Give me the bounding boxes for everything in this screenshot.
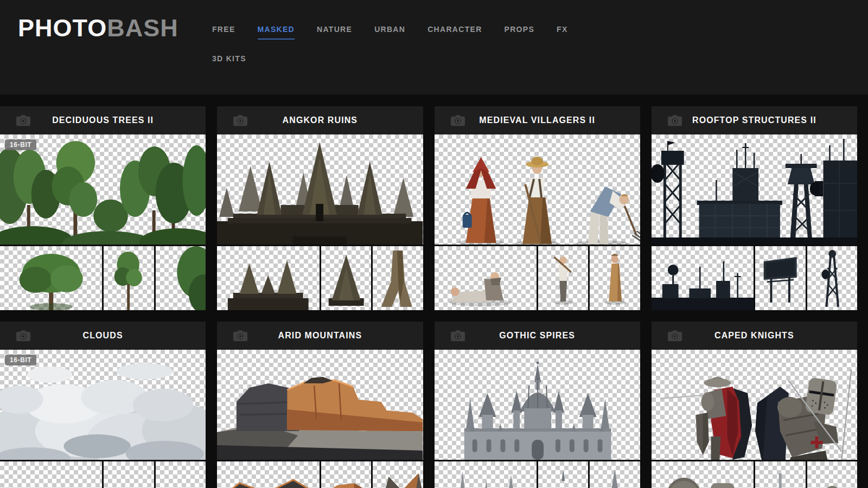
pack-preview-image[interactable] [435,134,640,245]
thumbnail-3[interactable] [807,246,857,310]
thumbnail-1[interactable] [652,246,754,310]
thumbnail-1[interactable] [0,246,102,310]
main-nav: FREE MASKED NATURE URBAN CHARACTER PROPS… [212,25,568,84]
knights-main-art [652,350,857,460]
cloud-thumb-art [156,461,206,488]
pack-thumbnails [0,246,206,310]
card-header-bar[interactable]: CLOUDS [0,322,206,350]
rooftop-main-art [652,134,857,245]
billboard-thumb-art [755,246,805,310]
pack-card-medieval-villagers-ii[interactable]: MEDIEVAL VILLAGERS II [435,106,640,310]
thumbnail-3[interactable] [807,461,857,488]
pack-title: DECIDUOUS TREES II [0,115,206,125]
nav-item-free[interactable]: FREE [212,25,235,40]
arid-main-art [217,350,423,460]
cloud-thumb-art [0,461,102,488]
card-header-bar[interactable]: MEDIEVAL VILLAGERS II [435,106,640,134]
pack-thumbnails [217,461,423,488]
pack-thumbnails [652,461,857,488]
photobash-logo[interactable]: PHOTOBASH [18,14,178,42]
nav-item-urban[interactable]: URBAN [374,25,405,40]
nav-item-fx[interactable]: FX [557,25,568,40]
pack-preview-image[interactable]: 16-BIT [0,350,206,460]
pack-thumbnails [0,461,206,488]
pack-preview-image[interactable] [217,350,423,460]
pack-card-gothic-spires[interactable]: GOTHIC SPIRES [435,322,640,488]
thumbnail-1[interactable] [435,246,537,310]
nav-item-props[interactable]: PROPS [505,25,535,40]
thumbnail-2[interactable] [321,461,371,488]
ruin-thumb-art [321,246,371,310]
nav-item-nature[interactable]: NATURE [317,25,352,40]
pack-preview-image[interactable] [652,134,857,245]
tree-thumb-art [104,246,154,310]
thumbnail-1[interactable] [217,461,319,488]
pack-title: GOTHIC SPIRES [435,331,640,341]
nav-item-3d-kits[interactable]: 3D KITS [212,54,246,69]
thumbnail-3[interactable] [373,246,423,310]
pack-card-deciduous-trees-ii[interactable]: DECIDUOUS TREES II 16-BIT [0,106,206,310]
pack-card-arid-mountains[interactable]: ARID MOUNTAINS [217,322,423,488]
thumbnail-3[interactable] [156,246,206,310]
thumbnail-3[interactable] [590,246,640,310]
thumbnail-1[interactable] [652,461,754,488]
camera-icon [16,115,30,126]
bit-depth-badge: 16-BIT [5,355,36,365]
thumbnail-2[interactable] [538,246,588,310]
camera-icon [451,330,465,342]
logo-part-1: PHOTO [18,14,107,42]
villagers-main-art [435,134,640,245]
pack-preview-image[interactable] [435,350,640,460]
thumbnail-2[interactable] [538,461,588,488]
thumbnail-2[interactable] [755,461,805,488]
pack-card-rooftop-structures-ii[interactable]: ROOFTOP STRUCTURES II [652,106,857,310]
pack-title: CAPED KNIGHTS [652,331,857,341]
pack-card-caped-knights[interactable]: CAPED KNIGHTS [652,322,857,488]
dome-thumb-art [538,461,588,488]
camera-icon [233,115,247,126]
thumbnail-2[interactable] [755,246,805,310]
pack-thumbnails [435,246,640,310]
pack-title: CLOUDS [0,331,206,341]
nav-row-2: 3D KITS [212,54,568,69]
bit-depth-badge: 16-BIT [5,139,36,150]
camera-icon [16,330,30,342]
card-header-bar[interactable]: ANGKOR RUINS [217,106,423,134]
cloud-thumb-art [104,461,154,488]
pack-title: ROOFTOP STRUCTURES II [652,115,857,125]
site-header: PHOTOBASH FREE MASKED NATURE URBAN CHARA… [0,0,868,94]
pack-preview-image[interactable] [217,134,423,245]
card-header-bar[interactable]: ARID MOUNTAINS [217,322,423,350]
thumbnail-1[interactable] [0,461,102,488]
thumbnail-1[interactable] [435,461,537,488]
card-header-bar[interactable]: ROOFTOP STRUCTURES II [652,106,857,134]
pack-card-clouds[interactable]: CLOUDS 16-BIT [0,322,206,488]
pack-grid: DECIDUOUS TREES II 16-BIT [0,106,857,488]
thumbnail-3[interactable] [156,461,206,488]
pack-card-angkor-ruins[interactable]: ANGKOR RUINS [217,106,423,310]
thumbnail-3[interactable] [373,461,423,488]
pack-title: MEDIEVAL VILLAGERS II [435,115,640,125]
sword-thumb-art [755,461,805,488]
villager-thumb-art [435,246,537,310]
card-header-bar[interactable]: DECIDUOUS TREES II [0,106,206,134]
thumbnail-2[interactable] [104,246,154,310]
camera-icon [668,115,682,126]
thumbnail-3[interactable] [590,461,640,488]
camera-icon [451,115,465,126]
peak-thumb-art [373,461,423,488]
card-header-bar[interactable]: CAPED KNIGHTS [652,322,857,350]
card-header-bar[interactable]: GOTHIC SPIRES [435,322,640,350]
thumbnail-2[interactable] [321,246,371,310]
root-thumb-art [373,246,423,310]
pack-preview-image[interactable]: 16-BIT [0,134,206,245]
pack-title: ARID MOUNTAINS [217,331,423,341]
villager-thumb-art [538,246,588,310]
thumbnail-1[interactable] [217,246,319,310]
nav-item-masked[interactable]: MASKED [258,25,295,40]
ruin-thumb-art [217,246,319,310]
thumbnail-2[interactable] [104,461,154,488]
pack-preview-image[interactable] [652,350,857,460]
nav-item-character[interactable]: CHARACTER [427,25,482,40]
armor-thumb-art [652,461,754,488]
